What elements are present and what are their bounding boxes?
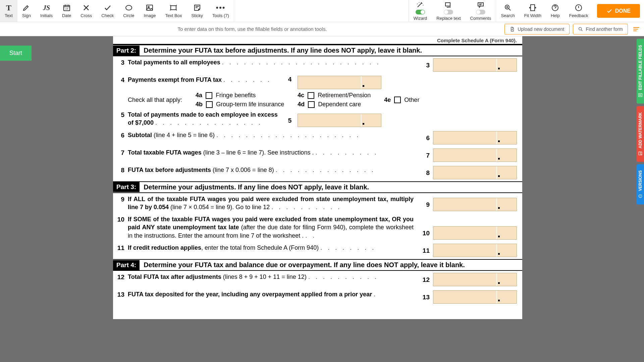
part4-header: Part 4: Determine your FUTA tax and bala… xyxy=(113,259,522,271)
checkbox-4b[interactable] xyxy=(206,101,213,108)
comments-tool[interactable]: Comments xyxy=(466,0,496,22)
replace-toggle[interactable] xyxy=(444,10,453,14)
feedback-icon xyxy=(575,4,583,12)
image-icon xyxy=(146,4,154,12)
wizard-toggle[interactable] xyxy=(416,10,425,14)
field-7[interactable] xyxy=(433,148,517,162)
main-toolbar: T Text Sign JS Initials 15 Date Cross Ch… xyxy=(0,0,644,22)
line-8: 8 FUTA tax before adjustments (line 7 x … xyxy=(113,164,522,181)
panel-toggle-icon[interactable] xyxy=(633,25,641,33)
textbox-icon xyxy=(169,4,177,12)
edit-fields-tab[interactable]: EDIT FILLABLE FIELDS xyxy=(637,39,644,104)
line-4: 4 Payments exempt from FUTA tax . . . . … xyxy=(113,74,522,91)
comments-toggle[interactable] xyxy=(476,10,485,14)
done-check-icon xyxy=(606,8,612,14)
check-tool[interactable]: Check xyxy=(97,0,118,22)
line-4-checks: Check all that apply: 4aFringe benefits … xyxy=(113,91,522,109)
checkbox-4d[interactable] xyxy=(308,101,315,108)
field-9[interactable] xyxy=(433,198,517,211)
svg-text:15: 15 xyxy=(65,7,68,10)
feedback-tool[interactable]: Feedback xyxy=(565,0,593,22)
line-9: 9 If ALL of the taxable FUTA wages you p… xyxy=(113,193,522,214)
upload-icon xyxy=(509,26,515,32)
checkbox-4a[interactable] xyxy=(206,92,212,99)
search-tool[interactable]: Search xyxy=(496,0,519,22)
line-6: 6 Subtotal (line 4 + line 5 = line 6) . … xyxy=(113,129,522,146)
line-13: 13 FUTA tax deposited for the year, incl… xyxy=(113,288,522,306)
workspace: Start EDIT FILLABLE FIELDS ADD WATERMARK… xyxy=(0,36,644,362)
checkbox-4e[interactable] xyxy=(394,97,401,103)
field-13[interactable] xyxy=(433,290,517,304)
svg-point-2 xyxy=(126,5,132,10)
line-10: 10 If SOME of the taxable FUTA wages you… xyxy=(113,213,522,242)
add-watermark-tab[interactable]: ADD WATERMARK xyxy=(637,106,644,162)
clock-icon xyxy=(638,194,643,198)
find-icon xyxy=(578,26,583,32)
side-tabs: EDIT FILLABLE FIELDS ADD WATERMARK VERSI… xyxy=(637,39,644,204)
svg-rect-5 xyxy=(171,6,176,10)
fit-width-tool[interactable]: Fit Width xyxy=(520,0,546,22)
field-11[interactable] xyxy=(433,244,517,257)
wand-icon xyxy=(416,1,424,9)
line-7: 7 Total taxable FUTA wages (line 3 – lin… xyxy=(113,146,522,164)
svg-rect-6 xyxy=(445,3,450,6)
sub-toolbar: To enter data on this form, use the fill… xyxy=(0,22,644,36)
line-3: 3 Total payments to all employees . . . … xyxy=(113,56,522,74)
date-tool[interactable]: 15 Date xyxy=(57,0,76,22)
check-icon xyxy=(104,4,112,12)
circle-icon xyxy=(125,4,133,12)
sticky-tool[interactable]: Sticky xyxy=(186,0,208,22)
field-8[interactable] xyxy=(433,166,517,179)
line-12: 12 Total FUTA tax after adjustments (lin… xyxy=(113,271,522,288)
fitwidth-icon xyxy=(529,4,537,12)
text-tool[interactable]: T Text xyxy=(0,0,17,22)
comment-icon xyxy=(477,1,485,9)
start-button[interactable]: Start xyxy=(0,46,32,61)
cross-icon xyxy=(82,4,90,12)
cross-tool[interactable]: Cross xyxy=(76,0,97,22)
replace-icon xyxy=(444,1,452,9)
calendar-icon: 15 xyxy=(63,4,71,12)
find-form-button[interactable]: Find another form xyxy=(573,24,628,35)
initials-icon: JS xyxy=(42,4,50,12)
image-tool[interactable]: Image xyxy=(139,0,160,22)
part2-header: Part 2: Determine your FUTA tax before a… xyxy=(113,45,522,56)
form-hint: To enter data on this form, use the fill… xyxy=(3,26,501,32)
svg-rect-3 xyxy=(147,5,153,10)
search-icon xyxy=(504,4,512,12)
line-11: 11 If credit reduction applies, enter th… xyxy=(113,242,522,259)
text-icon: T xyxy=(5,4,13,12)
svg-point-10 xyxy=(579,27,581,30)
prev-page-peek: Complete Schedule A (Form 940). xyxy=(113,36,522,45)
sign-icon xyxy=(22,4,31,12)
field-6[interactable] xyxy=(433,131,517,144)
part3-header: Part 3: Determine your adjustments. If a… xyxy=(113,181,522,193)
form-page: Complete Schedule A (Form 940). Part 2: … xyxy=(113,36,522,319)
circle-tool[interactable]: Circle xyxy=(118,0,139,22)
versions-tab[interactable]: VERSIONS xyxy=(637,164,644,204)
checkbox-4c[interactable] xyxy=(308,92,314,99)
upload-document-button[interactable]: Upload new document xyxy=(504,24,569,35)
wizard-tool[interactable]: Wizard xyxy=(409,0,432,22)
field-5[interactable] xyxy=(298,114,381,127)
line-5: 5 Total of payments made to each employe… xyxy=(113,109,522,129)
done-button[interactable]: DONE xyxy=(597,4,640,18)
field-3[interactable] xyxy=(433,58,517,72)
initials-tool[interactable]: JS Initials xyxy=(36,0,57,22)
field-10[interactable] xyxy=(433,226,517,240)
more-icon: ••• xyxy=(217,4,225,12)
form-icon xyxy=(638,93,643,98)
sign-tool[interactable]: Sign xyxy=(17,0,36,22)
field-4[interactable] xyxy=(298,76,381,89)
watermark-icon xyxy=(638,151,643,156)
help-tool[interactable]: Help xyxy=(546,0,565,22)
textbox-tool[interactable]: Text Box xyxy=(161,0,187,22)
sticky-icon xyxy=(193,4,201,12)
document-scroll[interactable]: Complete Schedule A (Form 940). Part 2: … xyxy=(0,36,635,362)
replace-text-tool[interactable]: Replace text xyxy=(432,0,465,22)
help-icon xyxy=(551,4,559,12)
field-12[interactable] xyxy=(433,273,517,286)
tools-more[interactable]: ••• Tools (7) xyxy=(208,0,234,22)
